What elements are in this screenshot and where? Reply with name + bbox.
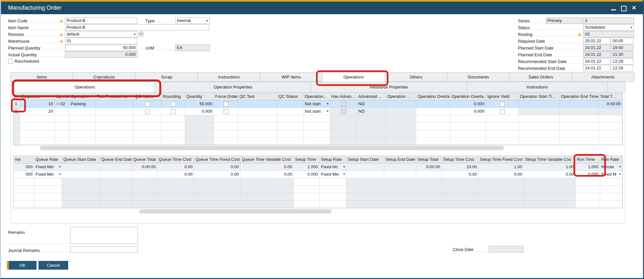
cell[interactable] <box>450 138 486 145</box>
tab-documents[interactable]: Documents <box>447 72 510 82</box>
checkbox[interactable] <box>224 102 228 107</box>
cell[interactable] <box>442 201 479 208</box>
cell[interactable] <box>238 115 277 123</box>
cell[interactable] <box>600 193 622 201</box>
cell[interactable]: Packing <box>69 100 96 108</box>
cell[interactable]: NO <box>357 100 386 108</box>
cell[interactable]: 0.000 <box>575 171 600 178</box>
subtab-resource-properties[interactable]: Resource Properties <box>311 82 467 92</box>
cell[interactable] <box>96 123 133 130</box>
cell[interactable] <box>240 201 294 208</box>
cell[interactable] <box>600 178 622 186</box>
cell[interactable] <box>416 138 450 145</box>
cell[interactable] <box>479 201 524 208</box>
cell[interactable] <box>575 201 600 208</box>
chevron-down-icon[interactable]: ▼ <box>343 165 345 168</box>
tab-coproducts[interactable]: Coproducts <box>73 72 135 82</box>
cell[interactable]: 0:00:00 <box>132 163 157 171</box>
cell[interactable] <box>55 123 69 130</box>
cell[interactable] <box>214 130 238 138</box>
cell[interactable] <box>357 138 386 145</box>
subtab-instructions[interactable]: Instructions <box>467 82 607 92</box>
cell[interactable] <box>486 115 519 123</box>
column-header-setup-end-date[interactable]: Setup End Date <box>384 156 416 163</box>
cell[interactable] <box>100 201 132 208</box>
column-header-me[interactable]: me <box>14 156 34 163</box>
link-arrow-icon[interactable]: ➔ <box>56 101 59 106</box>
cell[interactable] <box>69 108 96 115</box>
cell[interactable] <box>416 171 442 178</box>
cell[interactable] <box>416 115 450 123</box>
table-row[interactable]: 000Fixed Min▼0.000.000.000.000Fixed Min▼… <box>14 171 622 178</box>
cell[interactable] <box>185 115 214 123</box>
type-dropdown[interactable]: Internal▼ <box>175 17 210 24</box>
ok-button[interactable]: OK <box>9 261 37 270</box>
column-header-operaton-start-ti[interactable]: Operaton Start Ti... <box>519 93 560 100</box>
recommended-end-time-field[interactable]: 12:28 <box>611 65 633 71</box>
cell[interactable]: 0.000 <box>185 108 214 115</box>
cell[interactable] <box>519 115 560 123</box>
cell[interactable]: Not start▼ <box>303 108 330 115</box>
cell[interactable] <box>55 108 69 115</box>
chevron-down-icon[interactable]: ▼ <box>326 110 329 113</box>
cell[interactable] <box>599 138 622 145</box>
cell[interactable] <box>277 123 303 130</box>
cell[interactable] <box>162 138 185 145</box>
cell[interactable] <box>486 108 519 115</box>
cell[interactable] <box>162 100 185 108</box>
cell[interactable] <box>62 178 100 186</box>
cell[interactable] <box>133 100 162 108</box>
cell[interactable] <box>96 130 133 138</box>
cell[interactable] <box>133 138 162 145</box>
cell[interactable] <box>157 178 194 186</box>
cell[interactable]: 10 <box>20 100 55 108</box>
cell[interactable] <box>386 130 416 138</box>
column-header-qc-status[interactable]: QC Status <box>277 93 303 100</box>
tab-sales-orders[interactable]: Sales Orders <box>509 72 572 82</box>
cell[interactable]: 1.00 <box>524 163 575 171</box>
cell[interactable] <box>386 100 416 108</box>
cell[interactable] <box>62 201 100 208</box>
cell[interactable] <box>14 193 34 201</box>
cell[interactable] <box>416 193 442 201</box>
column-header-queue-total[interactable]: Queue Total <box>132 156 157 163</box>
warehouse-link-arrow-icon[interactable]: ➔ <box>59 39 63 44</box>
cell[interactable] <box>519 130 560 138</box>
cell[interactable] <box>575 193 600 201</box>
column-header-queue-time-cost[interactable]: Queue Time Cost <box>157 156 194 163</box>
routing-link-arrow-icon[interactable]: ➔ <box>577 32 581 37</box>
column-header-operation-end-time[interactable]: Operation End Time <box>560 93 599 100</box>
cell[interactable] <box>600 186 622 193</box>
cell[interactable] <box>303 138 330 145</box>
cell[interactable]: 0.00 <box>442 171 479 178</box>
cell[interactable] <box>479 186 524 193</box>
cell[interactable] <box>384 178 416 186</box>
cell[interactable] <box>214 100 238 108</box>
column-header-ignore-yield[interactable]: Ignore Yield <box>486 93 519 100</box>
cell[interactable] <box>14 201 34 208</box>
remarks-textarea[interactable] <box>70 227 138 244</box>
column-header-queue-time-variable-cost[interactable]: Queue Time Variable Cost <box>240 156 294 163</box>
cell[interactable] <box>416 108 450 115</box>
revision-link-arrow-icon[interactable]: ➔ <box>59 32 63 37</box>
cell[interactable] <box>132 171 157 178</box>
cell[interactable] <box>14 115 20 123</box>
cell[interactable] <box>386 115 416 123</box>
cell[interactable] <box>575 186 600 193</box>
column-header-advanced[interactable]: Advanced ... <box>357 93 386 100</box>
warehouse-field[interactable]: 01 <box>65 38 137 44</box>
cell[interactable]: NO <box>357 108 386 115</box>
operation-times-table-hscrollbar[interactable] <box>139 209 332 213</box>
cell[interactable] <box>524 178 575 186</box>
cell[interactable] <box>157 186 194 193</box>
cell[interactable] <box>450 115 486 123</box>
cell[interactable] <box>34 201 62 208</box>
cell[interactable] <box>162 108 185 115</box>
cell[interactable] <box>132 186 157 193</box>
cell[interactable] <box>96 100 133 108</box>
column-header-qc-active[interactable]: QC Active <box>133 93 162 100</box>
cell[interactable] <box>100 186 132 193</box>
cell[interactable] <box>69 138 96 145</box>
cell[interactable] <box>162 115 185 123</box>
column-header-operation-overla[interactable]: Operation Overla... <box>450 93 486 100</box>
